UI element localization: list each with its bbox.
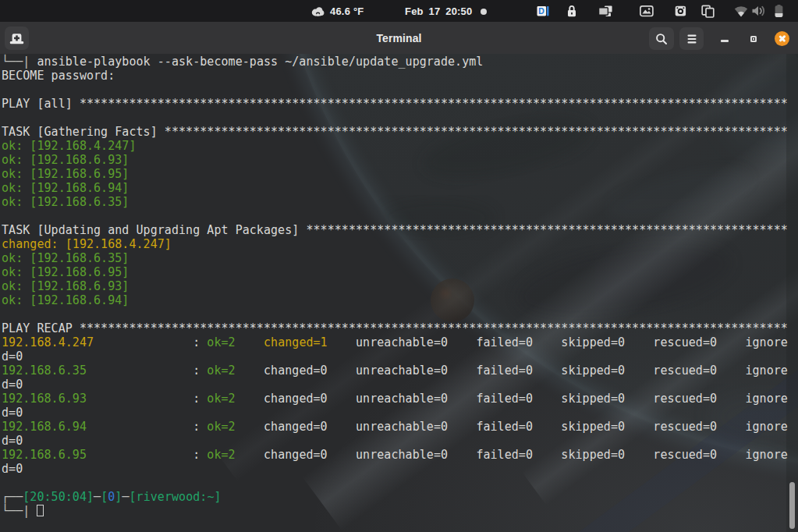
terminal-text-segment: : (94, 335, 207, 349)
terminal-line (2, 476, 788, 490)
terminal-text-segment: : (87, 420, 207, 434)
terminal-text-segment: ok: [192.168.6.93] (2, 153, 129, 167)
system-tray: D (0, 0, 798, 22)
terminal-line: TASK [Gathering Facts] *****************… (2, 125, 788, 139)
terminal-text-segment: └──| (2, 504, 37, 518)
terminal-line: d=0 (2, 349, 788, 364)
lock-icon[interactable] (566, 0, 577, 22)
hamburger-menu-icon (687, 34, 697, 44)
terminal-text-segment: unreachable=0 failed=0 skipped=0 rescued… (328, 420, 788, 434)
terminal-text-segment: ok: [192.168.6.94] (2, 293, 129, 307)
terminal-line: d=0 (2, 434, 788, 448)
terminal-text-segment: unreachable=0 failed=0 skipped=0 rescued… (328, 335, 788, 349)
copy-icon[interactable] (701, 0, 715, 22)
terminal-text-segment: changed=1 (264, 335, 328, 349)
terminal-text-segment: unreachable=0 failed=0 skipped=0 rescued… (328, 392, 788, 406)
terminal-text-segment: ok=2 (207, 392, 235, 406)
terminal-text-segment: ┌── (2, 490, 23, 504)
window-titlebar[interactable]: Terminal (0, 22, 798, 54)
terminal-text-segment: ok: [192.168.6.93] (2, 279, 129, 293)
terminal-line: ok: [192.168.6.93] (2, 279, 788, 293)
terminal-line (2, 209, 788, 223)
terminal-line: ┌──[20:50:04]─[0]─[riverwood:~] (2, 490, 788, 504)
terminal-text-segment: 192.168.6.93 (2, 392, 87, 406)
maximize-button[interactable] (750, 36, 757, 42)
terminal-line: ok: [192.168.6.94] (2, 293, 788, 307)
camera-icon[interactable] (675, 0, 686, 22)
wifi-icon[interactable] (734, 0, 748, 22)
terminal-text-segment: : (87, 448, 207, 462)
terminal-text-segment: ok=2 (207, 448, 235, 462)
terminal-text-segment: changed=0 (264, 364, 328, 378)
search-icon (655, 33, 668, 45)
terminal-line: ok: [192.168.4.247] (2, 139, 788, 153)
terminal-line: 192.168.6.95 : ok=2 changed=0 unreachabl… (2, 448, 788, 462)
terminal-text-segment: ok=2 (207, 364, 235, 378)
battery-icon[interactable] (774, 0, 784, 22)
terminal-line: PLAY RECAP *****************************… (2, 321, 788, 335)
picture-icon[interactable] (640, 0, 654, 22)
terminal-text-segment: 192.168.6.94 (2, 420, 87, 434)
terminal-line: changed: [192.168.4.247] (2, 237, 788, 251)
terminal-text-segment: 192.168.4.247 (2, 335, 94, 349)
terminal-line: TASK [Updating and Upgrading Apt Package… (2, 223, 788, 237)
terminal-text-segment: ok: [192.168.6.94] (2, 181, 129, 195)
terminal-line: d=0 (2, 378, 788, 392)
terminal-text-segment: changed=0 (264, 420, 328, 434)
terminal-line (2, 83, 788, 97)
terminal-line: d=0 (2, 462, 788, 476)
close-button[interactable] (775, 31, 789, 46)
terminal-text-segment: unreachable=0 failed=0 skipped=0 rescued… (328, 448, 788, 462)
terminal-text-segment: ─ (122, 490, 129, 504)
terminal-text-segment: 0 (108, 490, 115, 504)
terminal-line: ok: [192.168.6.94] (2, 181, 788, 195)
terminal-text-segment: changed: [192.168.4.247] (2, 237, 172, 251)
terminal-window[interactable]: └──| ansible-playbook --ask-become-pass … (0, 54, 798, 532)
terminal-line: ok: [192.168.6.35] (2, 195, 788, 209)
terminal-text-segment: : (87, 364, 207, 378)
terminal-text-segment: TASK [Updating and Upgrading Apt Package… (2, 223, 788, 237)
d-app-tray-icon[interactable]: D (537, 0, 549, 22)
terminal-output[interactable]: └──| ansible-playbook --ask-become-pass … (2, 55, 788, 518)
terminal-text-segment: ok=2 (207, 335, 235, 349)
terminal-text-segment: ok: [192.168.6.95] (2, 265, 129, 279)
window-title: Terminal (0, 22, 798, 54)
workspaces-icon[interactable] (598, 0, 613, 22)
desktop: {"topbar": {"weather": {"temperature": "… (0, 0, 798, 532)
terminal-text-segment: ansible-playbook --ask-become-pass ~/ans… (37, 55, 483, 69)
terminal-text-segment: unreachable=0 failed=0 skipped=0 rescued… (328, 364, 788, 378)
scrollbar-thumb[interactable] (789, 482, 795, 529)
search-button[interactable] (649, 27, 674, 50)
terminal-text-segment: PLAY RECAP *****************************… (2, 321, 788, 335)
terminal-text-segment: BECOME password: (2, 69, 122, 83)
terminal-line: ok: [192.168.6.95] (2, 265, 788, 279)
terminal-text-segment: ─ (94, 490, 101, 504)
terminal-text-segment (236, 364, 264, 378)
menu-button[interactable] (679, 27, 704, 50)
terminal-text-segment: [20:50:04] (23, 490, 94, 504)
terminal-text-segment: ok: [192.168.6.35] (2, 195, 129, 209)
terminal-text-segment: 192.168.6.95 (2, 448, 87, 462)
terminal-text-segment: ok: [192.168.4.247] (2, 139, 137, 153)
terminal-text-segment: PLAY [all] *****************************… (2, 97, 788, 111)
terminal-line: └──| ansible-playbook --ask-become-pass … (2, 55, 788, 69)
volume-icon[interactable] (751, 0, 767, 22)
terminal-text-segment: ok: [192.168.6.95] (2, 167, 129, 181)
terminal-text-segment: [riverwood:~] (129, 490, 222, 504)
terminal-text-segment: d=0 (2, 406, 23, 420)
minimize-button[interactable] (721, 40, 729, 42)
terminal-line: └──| (2, 504, 788, 518)
terminal-text-segment: 192.168.6.35 (2, 364, 87, 378)
terminal-text-segment: d=0 (2, 349, 23, 364)
terminal-line: 192.168.4.247 : ok=2 changed=1 unreachab… (2, 335, 788, 349)
terminal-line (2, 111, 788, 125)
terminal-line: 192.168.6.94 : ok=2 changed=0 unreachabl… (2, 420, 788, 434)
terminal-text-segment (236, 335, 264, 349)
terminal-line: 192.168.6.93 : ok=2 changed=0 unreachabl… (2, 392, 788, 406)
terminal-line: ok: [192.168.6.35] (2, 251, 788, 265)
terminal-text-segment: : (87, 392, 207, 406)
top-bar: 46.6 °F Feb 17 20:50 D (0, 0, 798, 22)
terminal-text-segment: changed=0 (264, 392, 328, 406)
terminal-text-segment: ok=2 (207, 420, 235, 434)
terminal-text-segment: d=0 (2, 462, 23, 476)
